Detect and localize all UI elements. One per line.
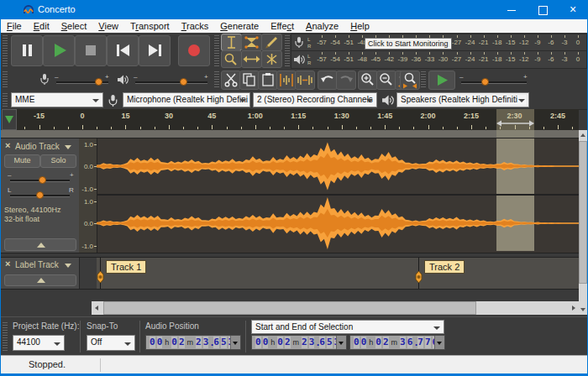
menu-view[interactable]: View: [92, 19, 124, 33]
waveform[interactable]: [97, 196, 579, 251]
selection-tool-button[interactable]: [221, 34, 242, 51]
recording-channels-dropdown[interactable]: 2 (Stereo) Recording Channels: [253, 92, 377, 107]
playback-volume-thumb[interactable]: [180, 78, 187, 86]
playback-meter[interactable]: L R -57-54-51-48-45-42-39-36-33-30-27-24…: [291, 50, 587, 69]
selection-toolbar-grip[interactable]: [3, 322, 8, 351]
time-shift-tool-button[interactable]: [241, 50, 262, 68]
timefield-dropdown-icon[interactable]: [434, 336, 444, 349]
draw-tool-button[interactable]: [261, 34, 282, 51]
zoom-to-fit-button[interactable]: [400, 70, 420, 90]
timefield-dropdown-icon[interactable]: [336, 336, 346, 349]
minimize-button[interactable]: [496, 1, 527, 19]
edit-toolbar-grip[interactable]: [214, 71, 219, 88]
pan-thumb[interactable]: [36, 191, 44, 199]
timeline-ruler[interactable]: -1501530451:001:151:301:452:002:152:302:…: [17, 109, 579, 130]
label-pin-icon[interactable]: [414, 271, 423, 283]
track-close-button[interactable]: ×: [5, 140, 10, 150]
vertical-scroll-thumb[interactable]: [579, 141, 587, 284]
play-button[interactable]: [43, 35, 75, 66]
waveform[interactable]: [97, 138, 579, 194]
mute-button[interactable]: Mute: [4, 154, 40, 168]
mixer-toolbar-grip[interactable]: [3, 71, 8, 88]
scroll-right-icon[interactable]: [572, 306, 575, 311]
project-rate-dropdown[interactable]: 44100: [13, 335, 65, 351]
waveform-channel-2[interactable]: [97, 196, 579, 251]
label-pin-icon[interactable]: [96, 271, 105, 283]
snap-to-dropdown[interactable]: Off: [87, 335, 135, 351]
track-menu-chevron-icon[interactable]: [65, 264, 71, 268]
timefield-dropdown-icon[interactable]: [230, 336, 240, 349]
track-title[interactable]: Label Track: [15, 260, 59, 269]
audio-host-dropdown[interactable]: MME: [11, 92, 103, 107]
menu-edit[interactable]: Edit: [28, 19, 55, 33]
envelope-tool-button[interactable]: [241, 34, 262, 51]
menu-file[interactable]: File: [1, 19, 28, 33]
zoom-in-button[interactable]: [358, 70, 378, 90]
label-flag[interactable]: Track 1: [106, 260, 146, 274]
paste-button[interactable]: [258, 70, 278, 90]
menu-transport[interactable]: Transport: [124, 19, 176, 33]
menu-effect[interactable]: Effect: [265, 19, 300, 33]
track-close-button[interactable]: ×: [5, 258, 10, 269]
tools-toolbar-grip[interactable]: [214, 35, 219, 66]
zoom-out-button[interactable]: [376, 70, 396, 90]
recording-volume-thumb[interactable]: [95, 78, 102, 86]
label-track: × Label Track Track 1Track 2: [1, 257, 579, 290]
track-title[interactable]: Audio Track: [15, 142, 60, 151]
collapse-track-button[interactable]: [4, 238, 76, 251]
scroll-down-icon[interactable]: [580, 308, 585, 311]
audio-position-field[interactable]: 00h02m23.653s: [145, 335, 241, 350]
scroll-left-icon[interactable]: [95, 306, 98, 311]
meter-tick: [322, 52, 323, 55]
label-track-content[interactable]: Track 1Track 2: [97, 258, 579, 289]
menu-select[interactable]: Select: [55, 19, 93, 33]
monitoring-tooltip[interactable]: Click to Start Monitoring: [365, 38, 452, 50]
copy-button[interactable]: [239, 70, 260, 90]
cut-button[interactable]: [221, 70, 241, 90]
skip-to-start-button[interactable]: [107, 35, 139, 66]
zoom-tool-button[interactable]: [221, 50, 242, 68]
trim-audio-button[interactable]: [276, 70, 297, 90]
play-speed-thumb[interactable]: [481, 78, 489, 86]
selection-end-field[interactable]: 00h02m36.776s: [349, 335, 445, 350]
menu-generate[interactable]: Generate: [214, 19, 265, 33]
pause-button[interactable]: [11, 35, 43, 66]
horizontal-scrollbar[interactable]: [92, 301, 579, 315]
collapse-track-button[interactable]: [4, 274, 76, 286]
meter-toolbar-grip[interactable]: [285, 35, 290, 66]
horizontal-scroll-thumb[interactable]: [103, 301, 476, 315]
multi-tool-button[interactable]: [261, 50, 282, 68]
vertical-scrollbar[interactable]: [579, 130, 587, 315]
transport-toolbar-grip[interactable]: [3, 35, 8, 66]
solo-button[interactable]: Solo: [40, 154, 76, 168]
record-button[interactable]: [178, 35, 210, 66]
pinned-play-button[interactable]: [2, 109, 17, 130]
play-at-speed-grip[interactable]: [421, 71, 426, 88]
menu-help[interactable]: Help: [344, 19, 375, 33]
playback-device-dropdown[interactable]: Speakers (Realtek High Definiti: [396, 92, 529, 107]
playback-volume-slider[interactable]: [135, 81, 207, 84]
waveform-channel-1[interactable]: [97, 138, 579, 194]
selection-mode-dropdown[interactable]: Start and End of Selection: [251, 320, 444, 334]
silence-audio-button[interactable]: [295, 70, 315, 90]
selection-resize-arrows[interactable]: [496, 119, 534, 128]
play-speed-slider[interactable]: [461, 81, 527, 84]
close-button[interactable]: ×: [558, 1, 588, 19]
label-flag[interactable]: Track 2: [424, 260, 465, 274]
vertical-ruler[interactable]: 1.00.0-1.01.00.0-1.0: [79, 138, 97, 253]
undo-button[interactable]: [318, 70, 338, 90]
skip-to-end-button[interactable]: [139, 35, 171, 66]
maximize-button[interactable]: [528, 1, 558, 19]
play-at-speed-button[interactable]: [428, 70, 455, 90]
menu-tracks[interactable]: Tracks: [176, 19, 215, 33]
track-menu-chevron-icon[interactable]: [65, 145, 71, 149]
device-toolbar-grip[interactable]: [3, 93, 8, 107]
timefield-char: 0: [277, 337, 283, 348]
recording-device-dropdown[interactable]: Microphone (Realtek High Defini: [123, 92, 250, 107]
gain-thumb[interactable]: [39, 176, 46, 184]
menu-analyze[interactable]: Analyze: [300, 19, 344, 33]
redo-button[interactable]: [336, 70, 356, 90]
selection-start-field[interactable]: 00h02m23.653s: [251, 335, 347, 350]
scroll-up-icon[interactable]: [580, 133, 585, 137]
stop-button[interactable]: [75, 35, 107, 66]
